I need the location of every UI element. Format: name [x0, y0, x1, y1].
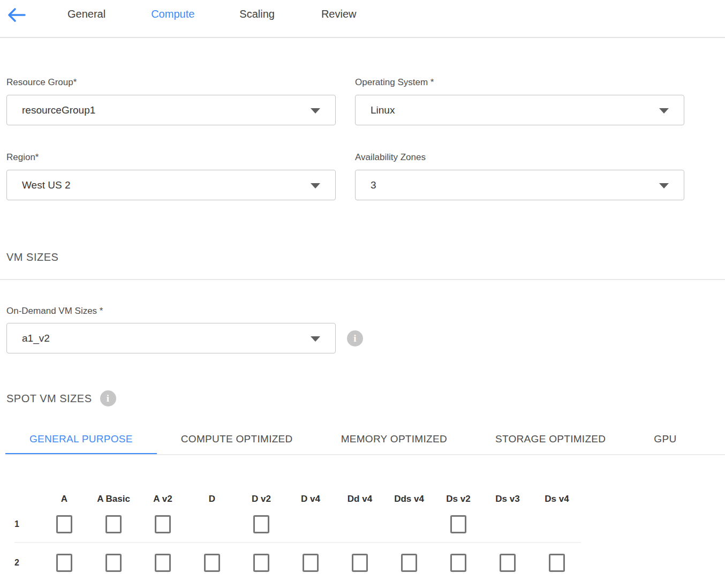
tab-memory-optimized[interactable]: MEMORY OPTIMIZED [317, 427, 471, 454]
vm-table-cell [483, 554, 532, 572]
vm-size-checkbox[interactable] [155, 554, 171, 572]
vm-table-cell [483, 515, 532, 533]
form-row-2: Region* West US 2 Availability Zones 3 [6, 152, 725, 200]
resource-group-select[interactable]: resourceGroup1 [6, 95, 336, 125]
tab-gpu[interactable]: GPU [630, 427, 700, 454]
vm-sizes-section-title: VM SIZES [6, 251, 725, 263]
operating-system-field: Operating System * Linux [355, 77, 684, 125]
spot-vm-category-tabs: GENERAL PURPOSE COMPUTE OPTIMIZED MEMORY… [5, 427, 725, 455]
caret-down-icon [311, 336, 320, 342]
on-demand-vm-sizes-select[interactable]: a1_v2 [6, 323, 336, 353]
tab-general-purpose[interactable]: GENERAL PURPOSE [5, 427, 157, 455]
vm-table-cell [187, 515, 237, 533]
on-demand-row: a1_v2 i [6, 323, 725, 353]
vm-size-checkbox[interactable] [352, 554, 368, 572]
vm-table-cell [237, 515, 286, 533]
info-icon[interactable]: i [100, 390, 116, 406]
vm-family-column-header: Dd v4 [335, 494, 384, 504]
vm-table-cell [187, 554, 237, 572]
spot-vm-sizes-section-title: SPOT VM SIZES [6, 393, 92, 405]
availability-zones-select[interactable]: 3 [355, 170, 684, 200]
vm-table-cell [434, 515, 483, 533]
vm-family-column-header: Ds v4 [532, 494, 581, 504]
vm-size-checkbox[interactable] [105, 515, 122, 533]
vm-family-column-header: Ds v3 [483, 494, 532, 504]
caret-down-icon [659, 183, 669, 189]
caret-down-icon [659, 108, 669, 114]
vm-family-column-header: D [187, 494, 237, 504]
operating-system-label: Operating System * [355, 77, 684, 88]
on-demand-vm-sizes-value: a1_v2 [22, 333, 50, 344]
tab-storage-optimized[interactable]: STORAGE OPTIMIZED [471, 427, 630, 454]
vm-table-cell [89, 554, 138, 572]
vm-size-checkbox[interactable] [253, 554, 269, 572]
vm-family-column-header: D v4 [286, 494, 335, 504]
vm-size-checkbox[interactable] [500, 554, 516, 572]
resource-group-value: resourceGroup1 [22, 104, 95, 116]
form-row-1: Resource Group* resourceGroup1 Operating… [6, 77, 725, 125]
availability-zones-field: Availability Zones 3 [355, 152, 684, 200]
vm-family-column-header: Dds v4 [384, 494, 434, 504]
on-demand-vm-sizes-label: On-Demand VM Sizes * [6, 306, 725, 316]
vm-size-checkbox[interactable] [549, 554, 565, 572]
vm-table-cell [335, 554, 384, 572]
vm-size-checkbox[interactable] [56, 554, 72, 572]
tab-review[interactable]: Review [321, 6, 357, 20]
vm-table-cell [384, 515, 434, 533]
arrow-left-icon [7, 7, 26, 23]
vm-size-checkbox[interactable] [105, 554, 122, 572]
vm-family-column-header: A v2 [138, 494, 187, 504]
vm-family-column-header: A Basic [89, 494, 138, 504]
vm-table-row: 1 [14, 515, 725, 533]
spot-vm-sizes-header: SPOT VM SIZES i [6, 390, 725, 406]
vm-family-column-header: A [40, 494, 89, 504]
row-divider [14, 542, 581, 543]
operating-system-select[interactable]: Linux [355, 95, 684, 125]
vm-table-cell [138, 554, 187, 572]
vm-table-cell [286, 554, 335, 572]
vm-table-row-label: 1 [14, 519, 40, 529]
vm-table-cell [138, 515, 187, 533]
wizard-tab-bar: General Compute Scaling Review [0, 0, 725, 38]
vm-table-cell [532, 554, 581, 572]
tab-compute[interactable]: Compute [151, 6, 194, 20]
resource-group-field: Resource Group* resourceGroup1 [6, 77, 336, 125]
vm-size-checkbox[interactable] [450, 515, 466, 533]
region-field: Region* West US 2 [6, 152, 336, 200]
vm-size-checkbox[interactable] [155, 515, 171, 533]
vm-table-cell [40, 554, 89, 572]
resource-group-label: Resource Group* [6, 77, 336, 88]
vm-table-row-label: 2 [14, 558, 40, 568]
vm-table-header-row: AA BasicA v2DD v2D v4Dd v4Dds v4Ds v2Ds … [14, 494, 725, 504]
vm-table-cell [384, 554, 434, 572]
region-select[interactable]: West US 2 [6, 170, 336, 200]
caret-down-icon [311, 183, 320, 189]
vm-size-checkbox[interactable] [56, 515, 72, 533]
vm-family-column-header: D v2 [237, 494, 286, 504]
vm-table-row: 2 [14, 554, 725, 572]
section-divider [0, 279, 725, 280]
back-button[interactable] [6, 6, 27, 24]
vm-table-cell [335, 515, 384, 533]
vm-size-checkbox[interactable] [401, 554, 417, 572]
info-icon[interactable]: i [347, 330, 363, 346]
tab-compute-optimized[interactable]: COMPUTE OPTIMIZED [157, 427, 317, 454]
vm-table-cell [89, 515, 138, 533]
availability-zones-label: Availability Zones [355, 152, 684, 163]
region-value: West US 2 [22, 179, 70, 191]
vm-family-column-header: Ds v2 [434, 494, 483, 504]
caret-down-icon [311, 108, 320, 114]
region-label: Region* [6, 152, 336, 163]
tab-general[interactable]: General [67, 6, 105, 20]
vm-table-cell [532, 515, 581, 533]
vm-table-cell [40, 515, 89, 533]
vm-size-checkbox[interactable] [450, 554, 466, 572]
vm-size-checkbox[interactable] [253, 515, 269, 533]
operating-system-value: Linux [371, 104, 395, 116]
vm-size-table: AA BasicA v2DD v2D v4Dd v4Dds v4Ds v2Ds … [0, 494, 725, 572]
vm-table-cell [434, 554, 483, 572]
availability-zones-value: 3 [371, 179, 376, 191]
tab-scaling[interactable]: Scaling [239, 6, 275, 20]
vm-size-checkbox[interactable] [204, 554, 220, 572]
vm-size-checkbox[interactable] [303, 554, 319, 572]
